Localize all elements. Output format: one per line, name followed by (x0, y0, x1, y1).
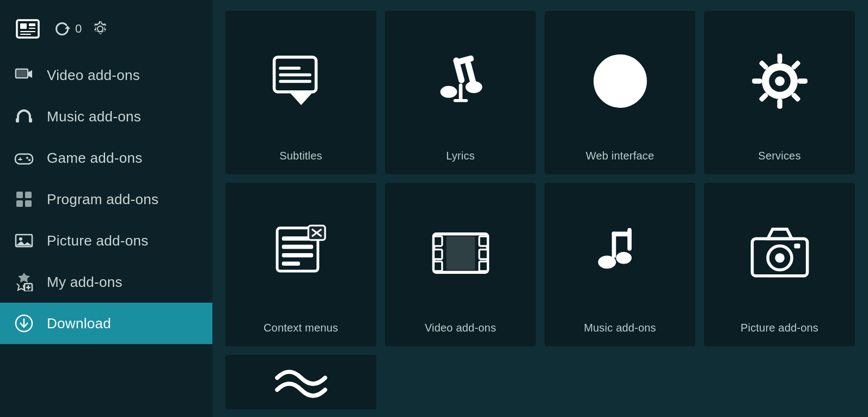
sidebar-item-label-picture: Picture add-ons (47, 232, 149, 249)
svg-rect-5 (20, 34, 31, 35)
svg-rect-38 (453, 99, 467, 102)
svg-rect-67 (433, 261, 442, 271)
svg-rect-69 (479, 249, 487, 259)
svg-point-33 (440, 85, 457, 97)
svg-rect-13 (18, 159, 22, 160)
tile-music-addons[interactable]: Music add-ons (545, 183, 695, 346)
svg-rect-3 (29, 28, 35, 29)
film-icon (390, 194, 530, 312)
svg-marker-31 (289, 91, 313, 105)
program-icon (13, 188, 35, 210)
sidebar-header: 0 (0, 5, 212, 54)
tile-label-context: Context menus (264, 322, 338, 334)
svg-point-75 (598, 255, 616, 268)
svg-rect-9 (16, 118, 19, 122)
svg-rect-59 (282, 253, 313, 257)
lyrics-icon (390, 22, 530, 140)
tile-label-picture: Picture add-ons (741, 322, 818, 334)
sidebar-item-label-download: Download (47, 315, 111, 332)
video-icon (13, 64, 35, 86)
sidebar-item-program-addons[interactable]: Program add-ons (0, 179, 212, 220)
header-controls: 0 (53, 19, 110, 39)
camera-icon (710, 194, 849, 312)
tile-label-lyrics: Lyrics (446, 150, 475, 162)
main-content: Subtitles Lyrics (212, 0, 868, 417)
svg-point-14 (26, 157, 28, 159)
svg-rect-17 (25, 192, 32, 198)
svg-rect-71 (446, 236, 475, 270)
sidebar-item-picture-addons[interactable]: Picture add-ons (0, 220, 212, 261)
svg-rect-58 (282, 244, 313, 249)
svg-rect-60 (282, 261, 299, 266)
tile-grid: Subtitles Lyrics (225, 11, 855, 346)
svg-rect-2 (29, 23, 35, 26)
svg-point-21 (19, 237, 22, 241)
download-icon (13, 312, 35, 334)
svg-rect-52 (752, 78, 762, 83)
svg-rect-29 (279, 73, 311, 76)
svg-rect-80 (794, 243, 800, 248)
sidebar-item-my-addons[interactable]: My add-ons (0, 261, 212, 303)
tile-partial-1[interactable] (225, 355, 376, 409)
svg-rect-36 (455, 54, 474, 65)
tile-label-services: Services (758, 150, 800, 162)
web-icon (550, 22, 690, 140)
svg-rect-43 (777, 53, 782, 63)
svg-rect-35 (464, 60, 477, 88)
logo-icon (13, 14, 42, 44)
svg-rect-73 (627, 228, 632, 250)
svg-rect-18 (16, 200, 23, 207)
svg-rect-19 (25, 200, 32, 207)
tile-services[interactable]: Services (704, 11, 855, 174)
sidebar-item-label-video: Video add-ons (47, 67, 140, 84)
svg-rect-0 (17, 20, 39, 38)
svg-rect-10 (29, 118, 32, 122)
svg-point-79 (775, 253, 785, 263)
tile-context-menus[interactable]: Context menus (225, 183, 376, 346)
tile-picture-addons[interactable]: Picture add-ons (704, 183, 855, 346)
refresh-icon[interactable] (53, 20, 71, 38)
svg-rect-48 (798, 78, 808, 83)
svg-rect-7 (17, 70, 27, 77)
sidebar-item-label-my: My add-ons (47, 274, 123, 291)
sidebar-item-music-addons[interactable]: Music add-ons (0, 96, 212, 137)
svg-rect-37 (459, 83, 462, 100)
tile-web-interface[interactable]: Web interface (545, 11, 695, 174)
services-icon (710, 22, 849, 140)
svg-rect-68 (479, 236, 487, 246)
sidebar-item-label-game: Game add-ons (47, 150, 143, 167)
tile-label-web: Web interface (586, 150, 655, 162)
svg-point-76 (616, 252, 632, 263)
svg-rect-11 (15, 154, 33, 164)
partial-icon (231, 355, 371, 409)
svg-rect-16 (16, 192, 23, 198)
svg-point-55 (775, 76, 785, 86)
tile-label-video: Video add-ons (425, 322, 496, 334)
svg-rect-1 (20, 23, 27, 29)
gamepad-icon (13, 147, 35, 169)
settings-icon[interactable] (90, 19, 110, 39)
sidebar-item-label-music: Music add-ons (47, 108, 141, 125)
tile-subtitles[interactable]: Subtitles (225, 11, 376, 174)
svg-rect-66 (433, 249, 442, 259)
tile-grid-partial (225, 355, 855, 409)
headphones-icon (13, 106, 35, 127)
badge-count: 0 (75, 22, 82, 36)
svg-rect-50 (777, 99, 782, 109)
picture-icon (13, 230, 35, 252)
svg-rect-70 (479, 261, 487, 271)
sidebar: 0 Video add-ons (0, 0, 212, 417)
sidebar-item-video-addons[interactable]: Video add-ons (0, 54, 212, 96)
svg-rect-4 (20, 31, 35, 32)
svg-point-15 (28, 159, 30, 161)
sidebar-item-label-program: Program add-ons (47, 191, 158, 208)
subtitles-icon (231, 22, 371, 140)
context-icon (231, 194, 371, 312)
sidebar-item-download[interactable]: Download (0, 303, 212, 344)
tile-lyrics[interactable]: Lyrics (385, 11, 536, 174)
sidebar-item-game-addons[interactable]: Game add-ons (0, 137, 212, 179)
svg-rect-30 (279, 66, 301, 70)
tile-video-addons[interactable]: Video add-ons (385, 183, 536, 346)
svg-rect-28 (279, 79, 311, 83)
myaddon-icon (13, 271, 35, 293)
